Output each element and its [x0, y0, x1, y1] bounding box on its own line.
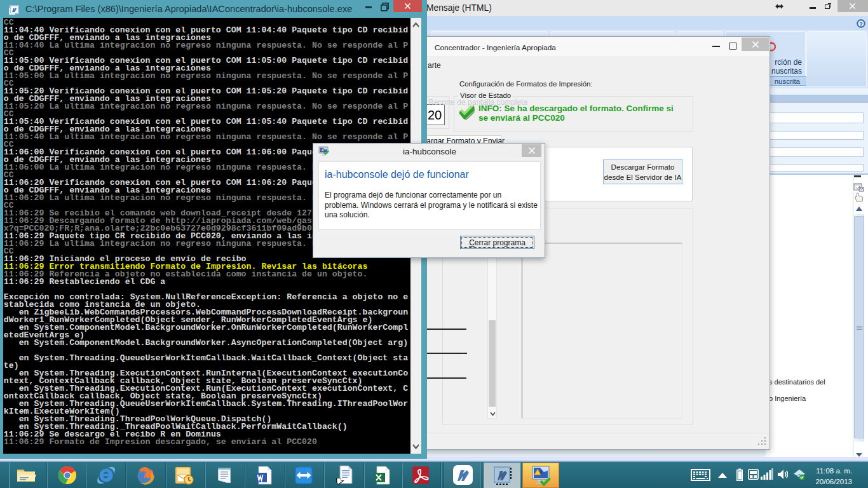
svg-text:?: ? [859, 21, 863, 27]
